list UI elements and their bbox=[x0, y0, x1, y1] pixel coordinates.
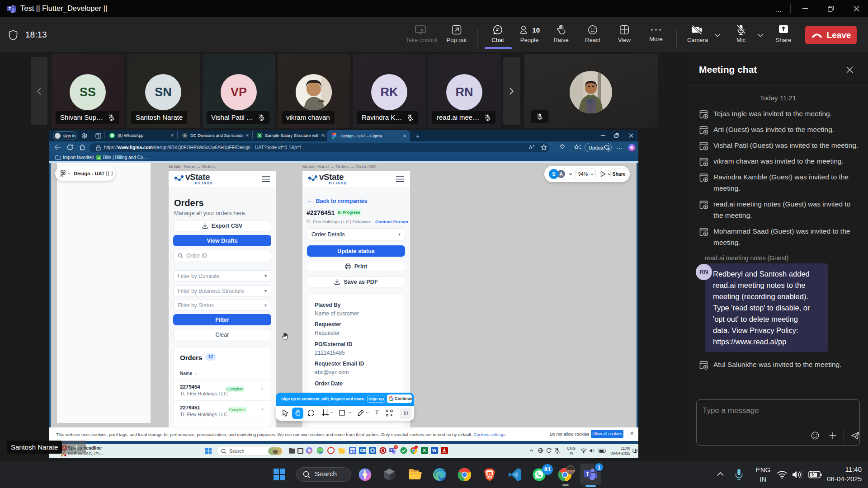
svg-text:T: T bbox=[9, 6, 11, 11]
svg-text:B: B bbox=[98, 156, 100, 160]
svg-text:T: T bbox=[586, 471, 590, 477]
svg-text:T: T bbox=[391, 449, 392, 452]
